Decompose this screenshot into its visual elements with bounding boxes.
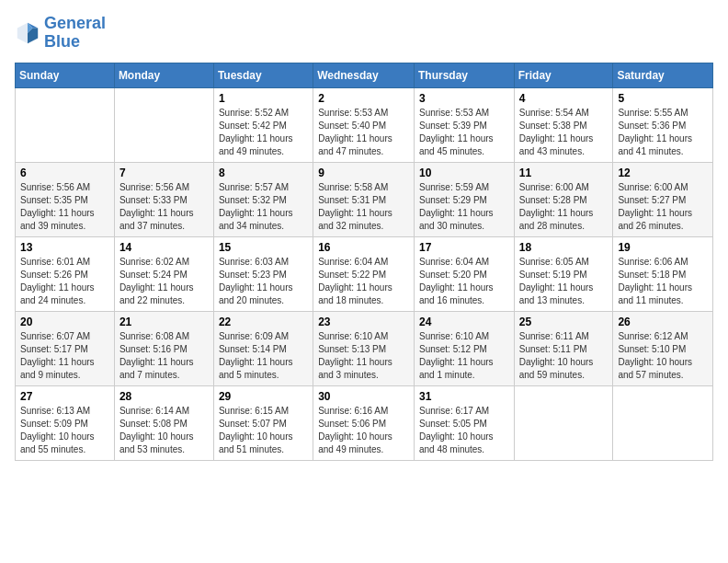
calendar-cell: 10 Sunrise: 5:59 AM Sunset: 5:29 PM Dayl… — [414, 162, 514, 236]
day-info: Sunrise: 5:53 AM Sunset: 5:40 PM Dayligh… — [318, 107, 409, 158]
calendar-cell: 29 Sunrise: 6:15 AM Sunset: 5:07 PM Dayl… — [213, 385, 313, 460]
day-info: Sunrise: 6:12 AM Sunset: 5:10 PM Dayligh… — [618, 330, 708, 382]
day-number: 3 — [419, 92, 509, 105]
day-info: Sunrise: 6:04 AM Sunset: 5:20 PM Dayligh… — [419, 256, 509, 307]
calendar-cell: 17 Sunrise: 6:04 AM Sunset: 5:20 PM Dayl… — [414, 236, 514, 311]
day-info: Sunrise: 6:10 AM Sunset: 5:12 PM Dayligh… — [419, 330, 509, 382]
calendar-cell — [613, 385, 713, 460]
calendar-cell: 9 Sunrise: 5:58 AM Sunset: 5:31 PM Dayli… — [313, 162, 415, 236]
day-info: Sunrise: 5:55 AM Sunset: 5:36 PM Dayligh… — [618, 107, 708, 158]
day-number: 30 — [318, 390, 409, 403]
calendar-cell: 4 Sunrise: 5:54 AM Sunset: 5:38 PM Dayli… — [514, 87, 613, 162]
day-number: 14 — [119, 241, 209, 254]
calendar-cell: 5 Sunrise: 5:55 AM Sunset: 5:36 PM Dayli… — [613, 87, 713, 162]
calendar-cell: 23 Sunrise: 6:10 AM Sunset: 5:13 PM Dayl… — [313, 311, 415, 385]
logo: General Blue — [15, 15, 106, 52]
day-number: 7 — [119, 167, 209, 179]
day-number: 17 — [419, 241, 509, 254]
page-header: General Blue — [15, 15, 713, 52]
day-number: 5 — [618, 92, 708, 105]
calendar-cell: 1 Sunrise: 5:52 AM Sunset: 5:42 PM Dayli… — [213, 87, 313, 162]
calendar-cell: 3 Sunrise: 5:53 AM Sunset: 5:39 PM Dayli… — [414, 87, 514, 162]
calendar-cell: 12 Sunrise: 6:00 AM Sunset: 5:27 PM Dayl… — [613, 162, 713, 236]
calendar-cell — [514, 385, 613, 460]
calendar-cell: 6 Sunrise: 5:56 AM Sunset: 5:35 PM Dayli… — [16, 162, 115, 236]
day-info: Sunrise: 6:14 AM Sunset: 5:08 PM Dayligh… — [119, 405, 209, 456]
day-info: Sunrise: 6:02 AM Sunset: 5:24 PM Dayligh… — [119, 256, 209, 307]
day-info: Sunrise: 5:56 AM Sunset: 5:35 PM Dayligh… — [20, 181, 109, 233]
day-number: 23 — [318, 316, 409, 328]
day-info: Sunrise: 6:13 AM Sunset: 5:09 PM Dayligh… — [20, 405, 109, 456]
calendar-cell: 31 Sunrise: 6:17 AM Sunset: 5:05 PM Dayl… — [414, 385, 514, 460]
day-number: 8 — [219, 167, 308, 179]
day-info: Sunrise: 6:00 AM Sunset: 5:28 PM Dayligh… — [519, 181, 609, 233]
day-info: Sunrise: 5:57 AM Sunset: 5:32 PM Dayligh… — [219, 181, 308, 233]
calendar-cell: 16 Sunrise: 6:04 AM Sunset: 5:22 PM Dayl… — [313, 236, 415, 311]
day-info: Sunrise: 6:11 AM Sunset: 5:11 PM Dayligh… — [519, 330, 609, 382]
day-info: Sunrise: 6:08 AM Sunset: 5:16 PM Dayligh… — [119, 330, 209, 382]
day-info: Sunrise: 6:00 AM Sunset: 5:27 PM Dayligh… — [618, 181, 708, 233]
day-number: 2 — [318, 92, 409, 105]
weekday-header-saturday: Saturday — [613, 63, 713, 87]
day-number: 26 — [618, 316, 708, 328]
calendar-cell: 21 Sunrise: 6:08 AM Sunset: 5:16 PM Dayl… — [114, 311, 213, 385]
calendar-cell — [16, 87, 115, 162]
calendar-cell: 25 Sunrise: 6:11 AM Sunset: 5:11 PM Dayl… — [514, 311, 613, 385]
calendar-cell — [114, 87, 213, 162]
day-info: Sunrise: 6:17 AM Sunset: 5:05 PM Dayligh… — [419, 405, 509, 456]
day-number: 10 — [419, 167, 509, 179]
day-number: 19 — [618, 241, 708, 254]
day-number: 31 — [419, 390, 509, 403]
day-info: Sunrise: 5:56 AM Sunset: 5:33 PM Dayligh… — [119, 181, 209, 233]
day-info: Sunrise: 6:03 AM Sunset: 5:23 PM Dayligh… — [219, 256, 308, 307]
day-number: 12 — [618, 167, 708, 179]
day-info: Sunrise: 5:58 AM Sunset: 5:31 PM Dayligh… — [318, 181, 409, 233]
day-number: 29 — [219, 390, 308, 403]
weekday-header-sunday: Sunday — [16, 63, 115, 87]
calendar-cell: 15 Sunrise: 6:03 AM Sunset: 5:23 PM Dayl… — [213, 236, 313, 311]
logo-text: General Blue — [44, 15, 106, 52]
calendar-cell: 28 Sunrise: 6:14 AM Sunset: 5:08 PM Dayl… — [114, 385, 213, 460]
day-number: 20 — [20, 316, 109, 328]
day-info: Sunrise: 6:06 AM Sunset: 5:18 PM Dayligh… — [618, 256, 708, 307]
weekday-header-monday: Monday — [114, 63, 213, 87]
day-number: 21 — [119, 316, 209, 328]
calendar-table: SundayMondayTuesdayWednesdayThursdayFrid… — [15, 63, 713, 461]
day-info: Sunrise: 5:53 AM Sunset: 5:39 PM Dayligh… — [419, 107, 509, 158]
logo-icon — [15, 20, 40, 46]
day-number: 13 — [20, 241, 109, 254]
day-number: 18 — [519, 241, 609, 254]
day-number: 16 — [318, 241, 409, 254]
day-info: Sunrise: 5:59 AM Sunset: 5:29 PM Dayligh… — [419, 181, 509, 233]
weekday-header-friday: Friday — [514, 63, 613, 87]
calendar-cell: 18 Sunrise: 6:05 AM Sunset: 5:19 PM Dayl… — [514, 236, 613, 311]
day-number: 1 — [219, 92, 308, 105]
calendar-cell: 24 Sunrise: 6:10 AM Sunset: 5:12 PM Dayl… — [414, 311, 514, 385]
day-info: Sunrise: 6:01 AM Sunset: 5:26 PM Dayligh… — [20, 256, 109, 307]
day-info: Sunrise: 5:54 AM Sunset: 5:38 PM Dayligh… — [519, 107, 609, 158]
day-info: Sunrise: 5:52 AM Sunset: 5:42 PM Dayligh… — [219, 107, 308, 158]
weekday-header-thursday: Thursday — [414, 63, 514, 87]
day-number: 28 — [119, 390, 209, 403]
day-info: Sunrise: 6:10 AM Sunset: 5:13 PM Dayligh… — [318, 330, 409, 382]
day-info: Sunrise: 6:16 AM Sunset: 5:06 PM Dayligh… — [318, 405, 409, 456]
calendar-cell: 22 Sunrise: 6:09 AM Sunset: 5:14 PM Dayl… — [213, 311, 313, 385]
day-info: Sunrise: 6:15 AM Sunset: 5:07 PM Dayligh… — [219, 405, 308, 456]
day-info: Sunrise: 6:09 AM Sunset: 5:14 PM Dayligh… — [219, 330, 308, 382]
day-info: Sunrise: 6:07 AM Sunset: 5:17 PM Dayligh… — [20, 330, 109, 382]
calendar-cell: 26 Sunrise: 6:12 AM Sunset: 5:10 PM Dayl… — [613, 311, 713, 385]
calendar-cell: 20 Sunrise: 6:07 AM Sunset: 5:17 PM Dayl… — [16, 311, 115, 385]
day-number: 15 — [219, 241, 308, 254]
day-number: 22 — [219, 316, 308, 328]
calendar-cell: 13 Sunrise: 6:01 AM Sunset: 5:26 PM Dayl… — [16, 236, 115, 311]
day-info: Sunrise: 6:04 AM Sunset: 5:22 PM Dayligh… — [318, 256, 409, 307]
day-info: Sunrise: 6:05 AM Sunset: 5:19 PM Dayligh… — [519, 256, 609, 307]
calendar-cell: 7 Sunrise: 5:56 AM Sunset: 5:33 PM Dayli… — [114, 162, 213, 236]
day-number: 24 — [419, 316, 509, 328]
day-number: 6 — [20, 167, 109, 179]
calendar-cell: 8 Sunrise: 5:57 AM Sunset: 5:32 PM Dayli… — [213, 162, 313, 236]
calendar-cell: 14 Sunrise: 6:02 AM Sunset: 5:24 PM Dayl… — [114, 236, 213, 311]
day-number: 4 — [519, 92, 609, 105]
day-number: 25 — [519, 316, 609, 328]
weekday-header-wednesday: Wednesday — [313, 63, 415, 87]
